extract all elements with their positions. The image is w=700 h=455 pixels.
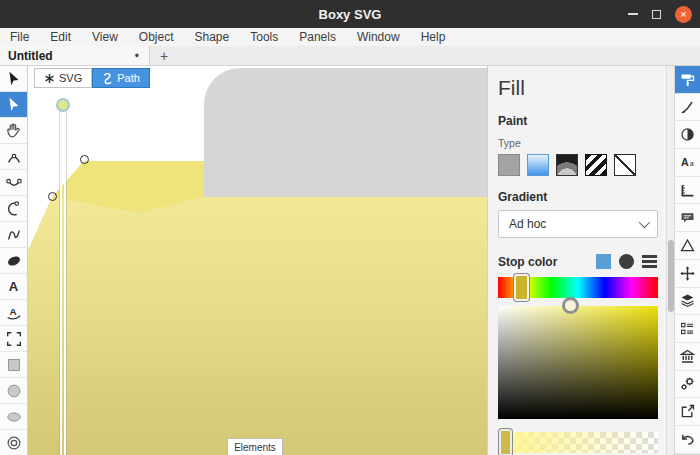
type-label: Type: [498, 137, 657, 149]
menu-object[interactable]: Object: [139, 30, 174, 44]
ellipse-tool-icon[interactable]: [0, 404, 27, 430]
menu-shape[interactable]: Shape: [195, 30, 230, 44]
edit-points-tool-icon[interactable]: [0, 92, 27, 118]
shape-panel-icon[interactable]: [675, 232, 700, 260]
gradient-editor-line[interactable]: [60, 107, 66, 455]
paint-type-solid[interactable]: [498, 154, 520, 176]
objects-panel-icon[interactable]: [675, 315, 700, 343]
maximize-button[interactable]: [652, 10, 661, 19]
paint-type-linear-gradient[interactable]: [527, 154, 549, 176]
curve-point-tool-icon[interactable]: [0, 144, 27, 170]
canvas[interactable]: SVG Path Elements: [28, 66, 487, 455]
saturation-value-handle[interactable]: [562, 297, 579, 314]
right-panel-strip: Aa: [674, 66, 700, 455]
asterisk-icon: [44, 73, 55, 84]
path-curve-icon: [102, 72, 113, 85]
paint-type-pattern[interactable]: [585, 154, 607, 176]
blob-tool-icon[interactable]: [0, 248, 27, 274]
panel-title: Fill: [498, 76, 657, 100]
hue-slider[interactable]: [498, 277, 658, 298]
compositing-panel-icon[interactable]: [675, 121, 700, 149]
svg-text:a: a: [689, 160, 693, 168]
typography-panel-icon[interactable]: Aa: [675, 149, 700, 177]
freehand-tool-icon[interactable]: [0, 222, 27, 248]
svg-text:A: A: [9, 305, 16, 316]
gradient-section-label: Gradient: [498, 190, 657, 204]
modified-dot: •: [135, 49, 139, 63]
tab-bar: Untitled • +: [0, 46, 700, 66]
arc-tool-icon[interactable]: [0, 196, 27, 222]
boxy-svg-window: Boxy SVG × File Edit View Object Shape T…: [0, 0, 700, 455]
close-button[interactable]: ×: [675, 6, 692, 23]
pan-tool-icon[interactable]: [0, 118, 27, 144]
concentric-circles-tool-icon[interactable]: [0, 430, 27, 455]
fill-panel-icon[interactable]: [675, 66, 700, 94]
circle-tool-icon[interactable]: [0, 378, 27, 404]
menu-tools[interactable]: Tools: [250, 30, 278, 44]
path-node-handle[interactable]: [48, 192, 57, 201]
rect-tool-icon[interactable]: [0, 352, 27, 378]
select-tool-icon[interactable]: [0, 66, 27, 92]
gradient-stop-handle[interactable]: [499, 429, 512, 455]
curve-nodes-tool-icon[interactable]: [0, 170, 27, 196]
elements-panel-button[interactable]: Elements: [227, 438, 283, 455]
gray-rounded-shape[interactable]: [204, 68, 487, 197]
menubar: File Edit View Object Shape Tools Panels…: [0, 28, 700, 46]
paint-section-label: Paint: [498, 114, 657, 128]
window-title: Boxy SVG: [319, 7, 382, 22]
menu-edit[interactable]: Edit: [50, 30, 71, 44]
transform-panel-icon[interactable]: [675, 260, 700, 288]
stop-color-modes: [596, 254, 657, 269]
window-controls: ×: [628, 0, 692, 28]
svg-text:A: A: [680, 156, 688, 168]
arrangement-panel-icon[interactable]: [675, 288, 700, 316]
panel-scrollbar[interactable]: [666, 66, 674, 455]
gradient-stops-bar[interactable]: [498, 432, 658, 453]
titlebar: Boxy SVG ×: [0, 0, 700, 28]
export-panel-icon[interactable]: [675, 398, 700, 426]
sliders-mode-icon[interactable]: [642, 255, 657, 268]
menu-view[interactable]: View: [92, 30, 118, 44]
gradient-select[interactable]: Ad hoc: [498, 210, 658, 238]
swatch-mode-icon[interactable]: [596, 254, 611, 269]
menu-window[interactable]: Window: [357, 30, 400, 44]
breadcrumb-path-button[interactable]: Path: [92, 68, 150, 88]
text-tool-icon[interactable]: A: [0, 274, 27, 300]
wheel-mode-icon[interactable]: [619, 254, 634, 269]
new-tab-button[interactable]: +: [150, 46, 178, 65]
fill-panel: Fill Paint Type Gradient Ad hoc Stop col…: [487, 66, 666, 455]
stroke-panel-icon[interactable]: [675, 94, 700, 122]
breadcrumb-svg-button[interactable]: SVG: [34, 68, 92, 88]
tab-untitled[interactable]: Untitled •: [0, 46, 150, 65]
menu-panels[interactable]: Panels: [299, 30, 336, 44]
text-path-tool-icon[interactable]: A: [0, 300, 27, 326]
breadcrumb: SVG Path: [34, 68, 150, 88]
paint-type-row: [498, 154, 657, 176]
comments-panel-icon[interactable]: [675, 204, 700, 232]
view-box-tool-icon[interactable]: [0, 326, 27, 352]
menu-file[interactable]: File: [10, 30, 29, 44]
stop-color-label: Stop color: [498, 255, 596, 269]
geometry-panel-icon[interactable]: [675, 177, 700, 205]
hue-slider-handle[interactable]: [514, 274, 529, 301]
saturation-value-picker[interactable]: [498, 306, 658, 419]
history-panel-icon[interactable]: [675, 426, 700, 454]
generators-panel-icon[interactable]: [675, 371, 700, 399]
paint-type-radial-gradient[interactable]: [556, 154, 578, 176]
chevron-down-icon: [639, 217, 650, 228]
left-toolbar: A A: [0, 66, 28, 455]
gradient-start-handle[interactable]: [56, 98, 70, 112]
paint-type-none[interactable]: [614, 154, 636, 176]
menu-help[interactable]: Help: [421, 30, 446, 44]
library-panel-icon[interactable]: [675, 343, 700, 371]
path-node-handle[interactable]: [80, 155, 89, 164]
minimize-button[interactable]: [628, 13, 638, 15]
